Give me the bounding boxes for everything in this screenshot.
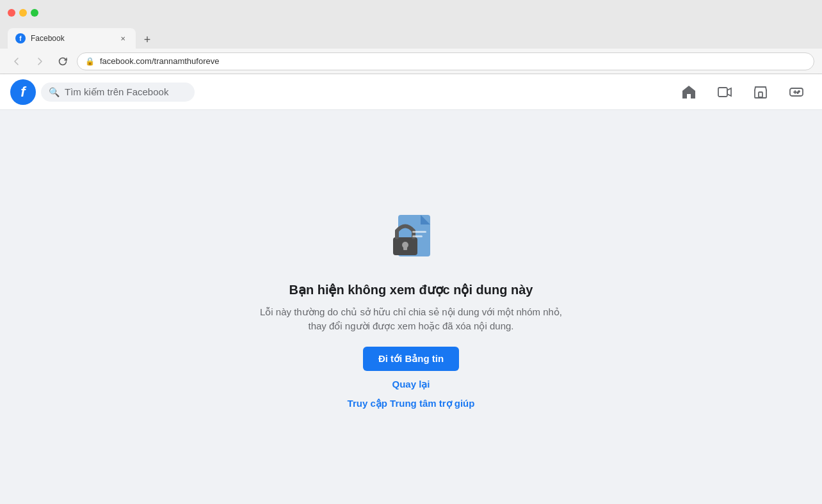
svg-point-4 bbox=[797, 92, 798, 93]
go-to-newsfeed-button[interactable]: Đi tới Bảng tin bbox=[363, 347, 459, 371]
facebook-logo[interactable]: f bbox=[10, 79, 36, 105]
address-bar: 🔒 facebook.com/trannamthuforeve bbox=[0, 49, 822, 74]
forward-button[interactable] bbox=[31, 52, 49, 70]
tab-favicon: f bbox=[15, 33, 26, 43]
marketplace-icon bbox=[753, 84, 768, 100]
facebook-logo-letter: f bbox=[20, 84, 25, 100]
main-content: Bạn hiện không xem được nội dung này Lỗi… bbox=[0, 110, 822, 504]
home-nav-button[interactable] bbox=[673, 77, 704, 107]
marketplace-nav-button[interactable] bbox=[745, 77, 776, 107]
maximize-window-button[interactable] bbox=[31, 9, 38, 17]
url-bar[interactable]: 🔒 facebook.com/trannamthuforeve bbox=[77, 52, 814, 70]
search-icon: 🔍 bbox=[49, 87, 60, 97]
error-container: Bạn hiện không xem được nội dung này Lỗi… bbox=[257, 205, 565, 409]
minimize-window-button[interactable] bbox=[19, 9, 27, 17]
video-icon bbox=[717, 84, 732, 100]
nav-icons bbox=[673, 77, 812, 107]
new-tab-button[interactable]: + bbox=[138, 31, 156, 49]
search-box[interactable]: 🔍 Tìm kiếm trên Facebook bbox=[41, 83, 195, 102]
help-center-link[interactable]: Truy cập Trung tâm trợ giúp bbox=[348, 398, 475, 409]
go-back-link[interactable]: Quay lại bbox=[392, 379, 430, 390]
reload-button[interactable] bbox=[54, 52, 72, 70]
tab-bar: f Facebook ✕ + bbox=[0, 26, 822, 49]
title-bar bbox=[0, 0, 822, 26]
gaming-icon bbox=[789, 84, 804, 100]
error-title: Bạn hiện không xem được nội dung này bbox=[289, 282, 533, 297]
close-window-button[interactable] bbox=[8, 9, 15, 17]
browser-chrome: f Facebook ✕ + 🔒 facebook.com/trannamthu… bbox=[0, 0, 822, 74]
lock-icon: 🔒 bbox=[85, 57, 95, 66]
traffic-lights bbox=[8, 9, 38, 17]
svg-rect-1 bbox=[759, 92, 762, 97]
svg-rect-10 bbox=[412, 231, 426, 233]
svg-rect-9 bbox=[403, 245, 407, 250]
error-illustration bbox=[379, 205, 443, 269]
video-nav-button[interactable] bbox=[709, 77, 740, 107]
url-text: facebook.com/trannamthuforeve bbox=[100, 56, 219, 66]
svg-rect-0 bbox=[718, 88, 727, 97]
close-tab-button[interactable]: ✕ bbox=[118, 33, 128, 43]
back-button[interactable] bbox=[8, 52, 26, 70]
tab-title: Facebook bbox=[31, 34, 113, 43]
browser-tab[interactable]: f Facebook ✕ bbox=[8, 28, 136, 49]
facebook-navbar: f 🔍 Tìm kiếm trên Facebook bbox=[0, 74, 822, 110]
error-description: Lỗi này thường do chủ sở hữu chỉ chia sẻ… bbox=[257, 305, 565, 334]
svg-rect-11 bbox=[412, 235, 423, 237]
search-placeholder-text: Tìm kiếm trên Facebook bbox=[65, 86, 168, 98]
home-icon bbox=[681, 84, 697, 100]
gaming-nav-button[interactable] bbox=[781, 77, 812, 107]
tab-favicon-letter: f bbox=[19, 35, 21, 42]
